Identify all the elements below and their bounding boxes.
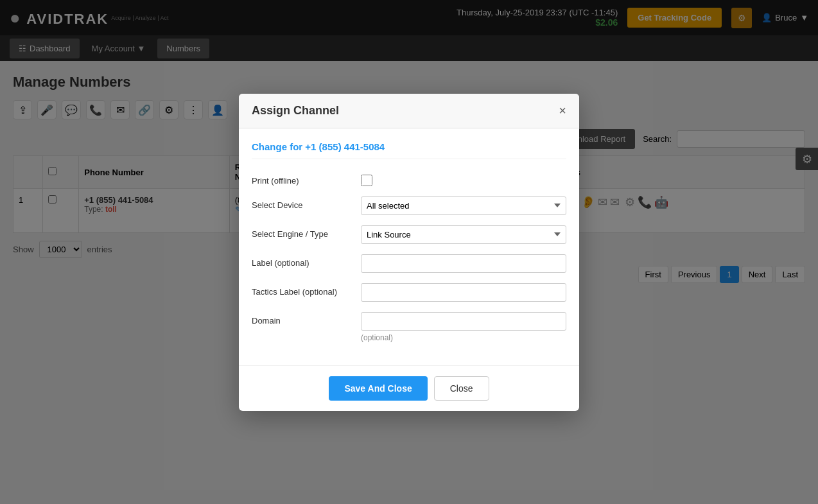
- print-label: Print (offline): [252, 172, 354, 186]
- print-offline-checkbox[interactable]: [361, 175, 372, 186]
- modal-close-button[interactable]: ×: [559, 104, 566, 117]
- select-engine-label: Select Engine / Type: [252, 225, 354, 239]
- print-row: Print (offline): [252, 172, 566, 186]
- select-device-label: Select Device: [252, 196, 354, 210]
- select-engine-dropdown[interactable]: Link Source: [361, 225, 566, 244]
- select-engine-row: Select Engine / Type Link Source: [252, 225, 566, 244]
- tactics-row: Tactics Label (optional): [252, 283, 566, 297]
- tactics-label: Tactics Label (optional): [252, 283, 354, 297]
- assign-channel-modal: Assign Channel × Change for +1 (855) 441…: [239, 94, 579, 297]
- modal-body: Change for +1 (855) 441-5084 Print (offl…: [239, 128, 579, 297]
- modal-subtitle: Change for +1 (855) 441-5084: [252, 141, 566, 159]
- modal-overlay: Assign Channel × Change for +1 (855) 441…: [0, 0, 818, 296]
- label-field-label: Label (optional): [252, 254, 354, 268]
- select-device-dropdown[interactable]: All selected: [361, 196, 566, 215]
- modal-header: Assign Channel ×: [239, 94, 579, 128]
- select-device-row: Select Device All selected: [252, 196, 566, 215]
- tactics-input[interactable]: [361, 283, 566, 297]
- label-row: Label (optional): [252, 254, 566, 273]
- modal-title: Assign Channel: [252, 104, 339, 117]
- label-input[interactable]: [361, 254, 566, 273]
